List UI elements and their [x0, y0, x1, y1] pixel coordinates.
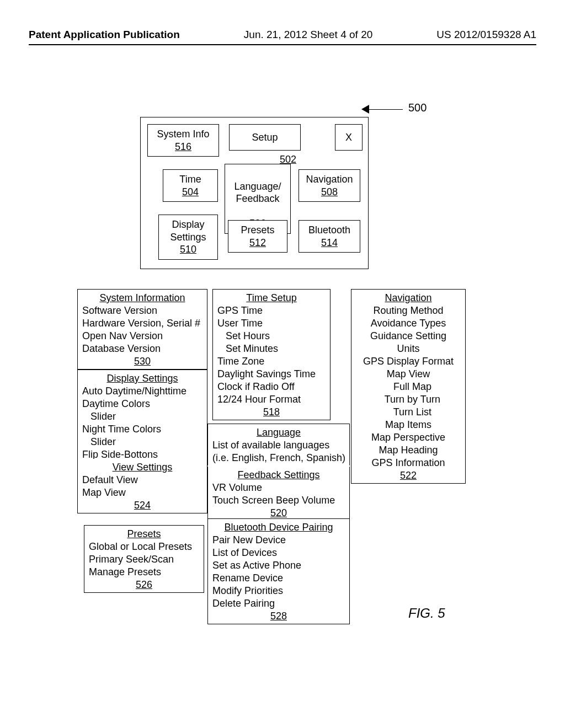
- box-title: View Settings: [82, 461, 202, 474]
- btn-setup[interactable]: Setup: [229, 124, 301, 151]
- btn-navigation[interactable]: Navigation 508: [299, 169, 360, 202]
- btn-display-settings[interactable]: Display Settings 510: [158, 215, 218, 260]
- box-title: Presets: [89, 528, 199, 540]
- box-title: System Information: [82, 292, 202, 304]
- box-navigation: Navigation Routing Method Avoidance Type…: [351, 289, 466, 484]
- box-body: List of available languages (i.e. Englis…: [212, 439, 345, 464]
- box-body: Pair New Device List of Devices Set as A…: [212, 534, 345, 610]
- figure-label: FIG. 5: [408, 606, 445, 621]
- box-presets: Presets Global or Local Presets Primary …: [84, 525, 204, 593]
- page-header: Patent Application Publication Jun. 21, …: [0, 29, 565, 45]
- ref-510: 510: [180, 244, 196, 255]
- btn-label: Presets: [241, 224, 274, 235]
- panel-ref-500: 500: [408, 101, 427, 114]
- btn-time[interactable]: Time 504: [163, 169, 218, 202]
- btn-close[interactable]: X: [335, 124, 363, 151]
- box-title: Navigation: [356, 292, 461, 304]
- box-body: VR Volume Touch Screen Beep Volume: [212, 481, 345, 507]
- setup-panel: System Info 516 Setup X 502 Time 504 Lan…: [140, 117, 369, 269]
- ref-528: 528: [212, 610, 345, 623]
- ref-504: 504: [182, 186, 199, 197]
- btn-label: System Info: [157, 129, 209, 140]
- ref-522: 522: [356, 469, 461, 482]
- ref-514: 514: [321, 237, 338, 248]
- pub-number: US 2012/0159328 A1: [436, 29, 536, 41]
- box-title: Time Setup: [217, 292, 326, 304]
- box-feedback-settings: Feedback Settings VR Volume Touch Screen…: [207, 467, 350, 521]
- btn-label: Navigation: [306, 174, 353, 185]
- btn-label: Time: [179, 174, 201, 185]
- box-body: GPS Time User Time Set Hours Set Minutes…: [217, 304, 326, 406]
- box-title: Feedback Settings: [212, 469, 345, 481]
- btn-system-info[interactable]: System Info 516: [147, 124, 219, 157]
- ref-526: 526: [89, 579, 199, 591]
- box-body: Global or Local Presets Primary Seek/Sca…: [89, 540, 199, 579]
- btn-label: Language/ Feedback: [234, 181, 281, 205]
- btn-label: Bluetooth: [308, 224, 350, 235]
- panel-lead-line: [364, 109, 403, 110]
- header-rule: [29, 44, 536, 45]
- btn-label: Display Settings: [170, 219, 206, 243]
- box-system-information: System Information Software Version Hard…: [77, 289, 207, 370]
- box-title: Bluetooth Device Pairing: [212, 521, 345, 534]
- close-icon: X: [345, 132, 352, 143]
- sheet-info: Jun. 21, 2012 Sheet 4 of 20: [244, 29, 372, 41]
- btn-presets[interactable]: Presets 512: [228, 220, 287, 253]
- box-bluetooth-pairing: Bluetooth Device Pairing Pair New Device…: [207, 518, 350, 624]
- ref-508: 508: [321, 186, 338, 197]
- box-language: Language List of available languages (i.…: [207, 424, 350, 465]
- ref-518: 518: [217, 406, 326, 419]
- pub-title: Patent Application Publication: [29, 29, 180, 41]
- box-title: Language: [212, 426, 345, 439]
- box-body: Default View Map View: [82, 474, 202, 499]
- ref-516: 516: [175, 141, 191, 152]
- box-time-setup: Time Setup GPS Time User Time Set Hours …: [212, 289, 331, 420]
- box-body: Auto Daytime/Nighttime Daytime Colors Sl…: [82, 385, 202, 461]
- ref-520: 520: [212, 507, 345, 520]
- panel-lead-arrow: [361, 105, 369, 114]
- ref-512: 512: [249, 237, 266, 248]
- btn-bluetooth[interactable]: Bluetooth 514: [299, 220, 360, 253]
- box-body: Software Version Hardware Version, Seria…: [82, 304, 202, 355]
- box-display-settings: Display Settings Auto Daytime/Nighttime …: [77, 370, 207, 462]
- box-body: Routing Method Avoidance Types Guidance …: [356, 304, 461, 469]
- ref-530: 530: [82, 355, 202, 368]
- btn-label: Setup: [252, 132, 278, 143]
- box-title: Display Settings: [82, 372, 202, 385]
- ref-524: 524: [82, 499, 202, 512]
- box-view-settings: View Settings Default View Map View 524: [77, 459, 207, 513]
